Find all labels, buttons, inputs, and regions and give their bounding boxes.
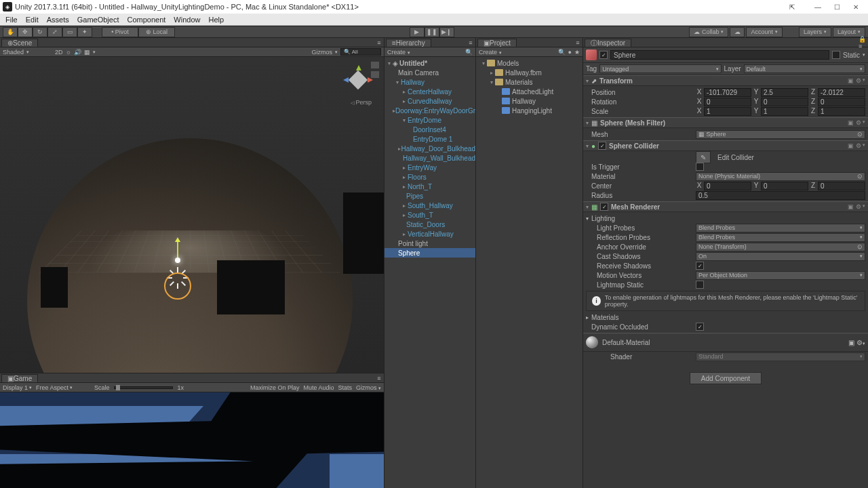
radius-field[interactable]: 0.5 xyxy=(696,191,865,200)
tool-move[interactable]: ✥ xyxy=(18,27,33,37)
project-tree[interactable]: ▾Models ▸Hallway.fbm ▾Materials Attached… xyxy=(476,57,583,488)
reflection-probes-dropdown[interactable]: Blend Probes▾ xyxy=(696,233,865,242)
gizmos-dropdown[interactable]: Gizmos xyxy=(311,49,332,56)
persp-label[interactable]: ◁ Persp xyxy=(351,99,372,106)
meshfilter-header[interactable]: ▾▦Sphere (Mesh Filter)▣ ⚙▾ xyxy=(583,117,868,128)
rot-x[interactable]: 0 xyxy=(704,98,751,106)
audio-toggle-icon[interactable]: 🔊 xyxy=(74,49,81,56)
aspect-dropdown[interactable]: Free Aspect ▾ xyxy=(36,384,73,391)
tool-transform[interactable]: ✦ xyxy=(77,27,92,37)
fx-toggle-icon[interactable]: ▦ xyxy=(84,49,90,56)
shader-dropdown[interactable]: Standard▾ xyxy=(696,352,865,361)
static-checkbox[interactable] xyxy=(832,51,840,59)
mute-audio-toggle[interactable]: Mute Audio xyxy=(303,384,334,391)
light-probes-dropdown[interactable]: Blend Probes▾ xyxy=(696,224,865,232)
tab-hierarchy[interactable]: ≡ Hierarchy xyxy=(386,39,431,47)
scl-z[interactable]: 1 xyxy=(818,107,865,116)
local-toggle[interactable]: ⊕ Local xyxy=(138,27,175,37)
lightmap-static-checkbox[interactable] xyxy=(696,281,704,289)
collider-enabled[interactable] xyxy=(598,142,606,150)
tab-inspector[interactable]: ⓘ Inspector xyxy=(585,39,631,47)
hierarchy-create[interactable]: Create ▾ xyxy=(387,49,410,56)
stats-toggle[interactable]: Stats xyxy=(338,384,352,391)
inspector-lock-icon[interactable]: 🔒 ≡ xyxy=(859,38,868,47)
project-create[interactable]: Create ▾ xyxy=(479,49,502,56)
rot-y[interactable]: 0 xyxy=(761,98,808,106)
pause-button[interactable]: ❚❚ xyxy=(425,27,439,37)
scl-y[interactable]: 1 xyxy=(761,107,808,116)
receive-shadows-checkbox[interactable] xyxy=(696,262,704,270)
layers-dropdown[interactable]: Layers ▾ xyxy=(799,27,831,37)
minimize-button[interactable]: — xyxy=(808,1,827,13)
motion-vectors-dropdown[interactable]: Per Object Motion▾ xyxy=(696,271,865,280)
meshrenderer-header[interactable]: ▾▦Mesh Renderer▣ ⚙▾ xyxy=(583,201,868,212)
shaded-dropdown[interactable]: Shaded xyxy=(3,49,24,56)
add-component-button[interactable]: Add Component xyxy=(690,372,762,384)
hierarchy-context-icon[interactable]: ≡ xyxy=(466,38,475,47)
step-button[interactable]: ▶❙ xyxy=(439,27,454,37)
gear-icon[interactable]: ▣ ⚙▾ xyxy=(848,339,865,346)
gear-icon[interactable]: ▣ ⚙▾ xyxy=(848,203,865,210)
tab-game[interactable]: ▣ Game xyxy=(1,374,38,382)
scene-context-icon[interactable]: ≡ xyxy=(374,38,384,47)
gear-icon[interactable]: ▣ ⚙▾ xyxy=(848,77,865,84)
menu-window[interactable]: Window xyxy=(170,14,204,25)
transform-header[interactable]: ▾⬈Transform▣ ⚙▾ xyxy=(583,75,868,86)
tool-hand[interactable]: ✋ xyxy=(3,27,18,37)
menu-help[interactable]: Help xyxy=(204,14,228,25)
display-dropdown[interactable]: Display 1 ▾ xyxy=(3,384,32,391)
project-search-icon[interactable]: 🔍 xyxy=(558,49,566,56)
hierarchy-search-icon[interactable]: 🔍 xyxy=(465,49,473,56)
chromecast-icon[interactable]: ⇱ xyxy=(789,3,795,11)
menu-edit[interactable]: Edit xyxy=(22,14,43,25)
edit-collider-button[interactable]: ✎ xyxy=(696,151,711,163)
orientation-gizmo[interactable] xyxy=(343,65,373,95)
scene-search[interactable]: 🔍 All xyxy=(340,48,381,56)
spherecollider-header[interactable]: ▾●Sphere Collider▣ ⚙▾ xyxy=(583,140,868,151)
account-dropdown[interactable]: Account ▾ xyxy=(746,27,783,37)
menu-assets[interactable]: Assets xyxy=(43,14,73,25)
anchor-override-field[interactable]: None (Transform)⊙ xyxy=(696,243,865,251)
is-trigger-checkbox[interactable] xyxy=(696,163,704,171)
renderer-enabled[interactable] xyxy=(600,203,608,211)
max-on-play-toggle[interactable]: Maximize On Play xyxy=(250,384,300,391)
tab-scene[interactable]: ⊕ Scene xyxy=(1,39,38,47)
cloud-button[interactable]: ☁ xyxy=(730,27,745,37)
gear-icon[interactable]: ▣ ⚙▾ xyxy=(848,119,865,126)
pivot-toggle[interactable]: • Pivot xyxy=(102,27,138,37)
rot-z[interactable]: 0 xyxy=(818,98,865,106)
pos-y[interactable]: 2.5 xyxy=(761,88,808,97)
pos-x[interactable]: -101.7029 xyxy=(704,88,751,97)
object-name-field[interactable]: Sphere xyxy=(610,50,829,60)
tool-scale[interactable]: ⤢ xyxy=(47,27,62,37)
collab-dropdown[interactable]: ☁ Collab ▾ xyxy=(689,27,729,37)
game-gizmos-dropdown[interactable]: Gizmos ▾ xyxy=(356,384,381,391)
scene-view[interactable]: ◁ Persp xyxy=(0,57,384,373)
physic-material-field[interactable]: None (Physic Material)⊙ xyxy=(696,172,865,181)
menu-file[interactable]: File xyxy=(1,14,22,25)
scl-x[interactable]: 1 xyxy=(704,107,751,116)
project-fav-icon[interactable]: ★ xyxy=(574,49,580,56)
game-context-icon[interactable]: ≡ xyxy=(374,373,384,382)
layer-dropdown[interactable]: Default▾ xyxy=(744,64,865,73)
active-checkbox[interactable] xyxy=(599,51,608,59)
play-button[interactable]: ▶ xyxy=(410,27,425,37)
gear-icon[interactable]: ▣ ⚙▾ xyxy=(848,142,865,149)
close-button[interactable]: ✕ xyxy=(846,1,865,13)
2d-toggle[interactable]: 2D xyxy=(55,49,63,56)
tool-rotate[interactable]: ↻ xyxy=(33,27,47,37)
project-context-icon[interactable]: ≡ xyxy=(573,38,583,47)
project-filter-icon[interactable]: ● xyxy=(568,49,572,56)
hierarchy-tree[interactable]: ▾◈Untitled* Main Camera ▾Hallway ▸Center… xyxy=(384,57,475,488)
menu-component[interactable]: Component xyxy=(123,14,170,25)
pos-z[interactable]: -2.0122 xyxy=(818,88,865,97)
menu-gameobject[interactable]: GameObject xyxy=(73,14,123,25)
maximize-button[interactable]: ☐ xyxy=(827,1,846,13)
tab-project[interactable]: ▣ Project xyxy=(477,39,517,47)
light-toggle-icon[interactable]: ☼ xyxy=(66,49,71,56)
tool-rect[interactable]: ▭ xyxy=(62,27,77,37)
dynamic-occluded-checkbox[interactable] xyxy=(696,323,704,331)
cast-shadows-dropdown[interactable]: On▾ xyxy=(696,252,865,261)
scale-slider[interactable] xyxy=(114,386,174,389)
tag-dropdown[interactable]: Untagged▾ xyxy=(599,64,721,73)
